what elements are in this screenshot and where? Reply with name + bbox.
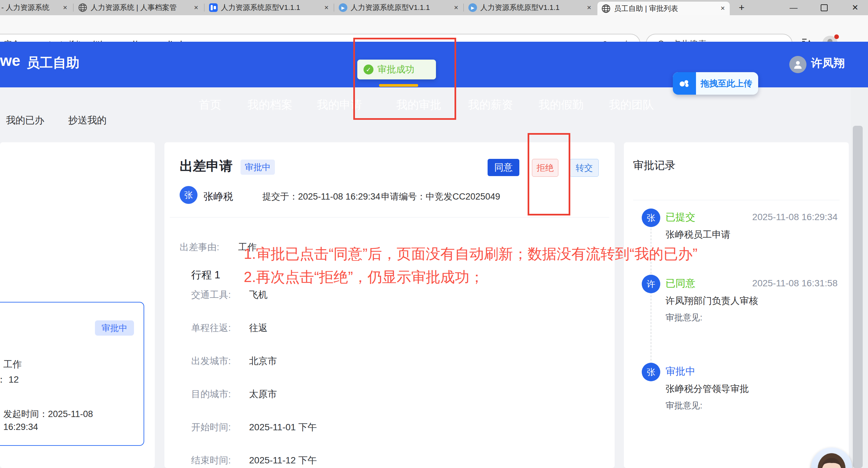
field-value: 往返 <box>249 322 268 334</box>
field-value: 2025-11-12 下午 <box>249 454 317 467</box>
play-icon: ▶ <box>468 3 477 12</box>
new-tab-button[interactable]: + <box>733 0 751 15</box>
field-label: 单程往返: <box>191 322 231 334</box>
timeline-time: 2025-11-08 16:29:34 <box>735 212 838 223</box>
nav-item-my-files[interactable]: 我的档案 <box>247 97 292 114</box>
applicant-avatar: 张 <box>180 186 197 204</box>
minimize-button[interactable]: — <box>783 0 804 15</box>
application-number: 申请编号：中竞发CC2025049 <box>381 191 500 203</box>
tab-separator <box>463 4 464 11</box>
nav-item-my-salary[interactable]: 我的薪资 <box>468 97 513 114</box>
detail-status-badge: 审批中 <box>241 159 275 175</box>
window-close-button[interactable]: ✕ <box>845 0 865 15</box>
timeline-status: 已同意 <box>665 277 695 290</box>
nav-item-home[interactable]: 首页 <box>199 97 221 114</box>
scrollbar-thumb[interactable] <box>853 126 863 468</box>
timeline-opinion-label: 审批意见: <box>665 400 702 411</box>
browser-tab-2[interactable]: 人力资源系统 | 人事档案管 ✕ <box>74 0 203 15</box>
browser-tab-4[interactable]: ▶ 人力资源系统原型V1.1.1 ✕ <box>335 0 463 15</box>
drag-upload-widget[interactable]: 拖拽至此上传 <box>673 72 758 95</box>
timeline-status: 审批中 <box>665 365 695 378</box>
timeline-opinion-label: 审批意见: <box>665 312 702 323</box>
applicant-name: 张峥税 <box>204 190 233 204</box>
close-icon[interactable]: ✕ <box>582 4 596 11</box>
timeline-avatar: 张 <box>642 363 660 381</box>
timeline-avatar: 许 <box>642 275 660 293</box>
browser-tab-3[interactable]: 人力资源系统原型V1.1.1 ✕ <box>205 0 334 15</box>
annotation-line-2: 2.再次点击“拒绝”，仍显示审批成功； <box>244 267 484 287</box>
tab-cc-me[interactable]: 抄送我的 <box>68 114 106 127</box>
card-days-value: ： 12 <box>0 373 19 386</box>
timeline-desc: 张峥税分管领导审批 <box>665 383 749 395</box>
field-value: 2025-11-01 下午 <box>249 421 317 434</box>
approval-list-item[interactable]: 审批中 工作 ： 12 发起时间：2025-11-08 16:29:34 <box>0 302 144 446</box>
browser-tab-bar: - 人力资源系统 ✕ 人力资源系统 | 人事档案管 ✕ 人力资源系统原型V1.1… <box>0 0 868 15</box>
approval-log-panel: 审批记录 张 已提交 2025-11-08 16:29:34 张峥税员工申请 许… <box>624 142 849 468</box>
forward-button[interactable]: 转交 <box>569 159 599 177</box>
divider <box>170 217 609 217</box>
annotation-line-1: 1.审批已点击“同意”后，页面没有自动刷新；数据没有流转到“我的已办” <box>244 244 697 264</box>
browser-tab-active[interactable]: 员工自助 | 审批列表 ✕ <box>597 2 730 15</box>
approval-log-title: 审批记录 <box>633 158 676 173</box>
annotation-box-toast <box>353 38 456 120</box>
tab-separator <box>334 4 334 11</box>
close-icon[interactable]: ✕ <box>319 4 334 11</box>
field-value: 飞机 <box>249 289 268 301</box>
browser-tab-5[interactable]: ▶ 人力资源系统原型V1.1.1 ✕ <box>464 0 596 15</box>
browser-tab-1[interactable]: - 人力资源系统 ✕ <box>0 0 72 15</box>
field-label: 结束时间: <box>191 454 231 467</box>
card-reason-value: 工作 <box>3 358 22 371</box>
card-start-time: 发起时间：2025-11-08 16:29:34 <box>3 408 116 434</box>
user-avatar-icon[interactable] <box>789 56 806 73</box>
globe-icon <box>601 4 611 13</box>
timeline-status: 已提交 <box>665 210 695 224</box>
field-label: 目的城市: <box>191 388 231 401</box>
close-icon[interactable]: ✕ <box>189 4 203 11</box>
field-value: 太原市 <box>249 388 277 401</box>
detail-title: 出差申请 <box>180 157 232 175</box>
notification-dot <box>834 34 839 39</box>
maximize-icon <box>821 4 828 11</box>
upload-label: 拖拽至此上传 <box>701 78 752 89</box>
user-name[interactable]: 许凤翔 <box>811 56 845 71</box>
field-label: 交通工具: <box>191 289 231 301</box>
tab-separator <box>204 4 205 11</box>
divider <box>633 200 840 200</box>
field-value: 北京市 <box>249 355 277 368</box>
close-icon[interactable]: ✕ <box>58 4 72 11</box>
timeline-avatar: 张 <box>642 208 660 227</box>
axure-icon <box>209 3 218 12</box>
tab-my-done[interactable]: 我的已办 <box>6 114 44 127</box>
app-logo-text: 员工自助 <box>27 54 80 72</box>
approval-list-panel: 审批中 工作 ： 12 发起时间：2025-11-08 16:29:34 <box>0 142 155 468</box>
trip-header: 行程 1 <box>191 268 220 282</box>
nav-item-my-attendance[interactable]: 我的假勤 <box>538 97 584 114</box>
submit-time: 提交于：2025-11-08 16:29:34 <box>262 191 380 203</box>
field-label: 出发城市: <box>191 355 231 368</box>
nav-item-my-team[interactable]: 我的团队 <box>609 97 654 114</box>
annotation-box-reject <box>528 133 570 215</box>
approve-button[interactable]: 同意 <box>488 159 519 176</box>
field-label: 开始时间: <box>191 421 231 434</box>
app-logo: we <box>0 52 20 69</box>
reason-label: 出差事由: <box>180 241 219 254</box>
close-icon[interactable]: ✕ <box>716 5 730 12</box>
timeline-time: 2025-11-08 16:31:58 <box>735 278 838 289</box>
globe-icon <box>78 3 87 12</box>
tab-separator <box>73 4 73 11</box>
maximize-button[interactable] <box>814 0 834 15</box>
play-icon: ▶ <box>339 3 347 12</box>
card-status-badge: 审批中 <box>95 320 134 335</box>
close-icon[interactable]: ✕ <box>449 4 463 11</box>
timeline-desc: 许凤翔部门负责人审核 <box>665 295 758 307</box>
upload-cloud-icon <box>673 72 696 95</box>
timeline-desc: 张峥税员工申请 <box>665 228 731 241</box>
